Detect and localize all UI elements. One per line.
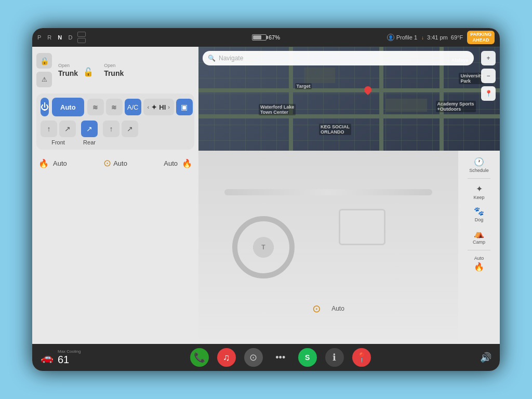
steering-heat-button[interactable]: ⊙ Auto (103, 157, 127, 169)
rear-vent-label: Rear (83, 139, 96, 145)
time-display: 3:41 pm (427, 34, 448, 41)
map-road-2 (198, 114, 500, 118)
spotify-button[interactable]: S (298, 348, 317, 367)
temp-label: Max Cooling (58, 349, 81, 354)
dashboard-bar (224, 189, 432, 195)
right-divider-1 (468, 178, 490, 179)
keep-icon: ✦ (476, 184, 483, 194)
schedule-label: Schedule (469, 168, 489, 173)
camp-mode-button[interactable]: ⛺ Camp (471, 227, 487, 247)
seat-heat-section: 🔥 Auto ⊙ Auto Auto 🔥 (36, 154, 194, 172)
map-controls: + − 📍 (481, 51, 496, 147)
climate-power-button[interactable]: ⏻ (41, 98, 49, 116)
bottom-climate-controls: ⊙ Auto (312, 302, 344, 315)
battery-fill (253, 35, 261, 39)
time-temp: ↓ 3:41 pm 69°F (421, 34, 463, 41)
camera-button[interactable]: ⊙ (244, 348, 263, 367)
map-label-academy: Academy Sports+Outdoors (436, 101, 476, 112)
passenger-vent-up-button[interactable]: ↑ (103, 121, 119, 137)
profile-button[interactable]: 👤 Profile 1 (387, 34, 417, 41)
info-button[interactable]: ℹ (325, 348, 344, 367)
navigation-button[interactable]: 📍 (352, 348, 371, 367)
top-bar-left: P R N D (37, 32, 190, 43)
tesla-logo: T (261, 244, 265, 251)
map-area[interactable]: Alafaya UniversityPark Target Waterford … (198, 47, 500, 151)
fan-level: HI (159, 103, 166, 111)
alert-icon[interactable]: ⚠ (36, 72, 52, 87)
car-interior: T ⊙ (198, 151, 458, 344)
temp-value: 61 (58, 354, 69, 366)
main-content: 🔒 ⚠ Open Trunk 🔓 Open Trunk (32, 47, 500, 344)
vehicle-icon-column: 🔒 ⚠ (36, 53, 52, 87)
defrost-rear-button[interactable]: ≋ (106, 99, 123, 115)
temp-display: Max Cooling 61 (58, 349, 81, 366)
recirculate-button[interactable]: ▣ (176, 99, 193, 115)
car-button[interactable]: 🚗 (41, 351, 54, 364)
lock-open-icon: 🔓 (83, 67, 94, 77)
driver-vent-label: Front (51, 139, 65, 145)
right-section: Alafaya UniversityPark Target Waterford … (198, 47, 500, 344)
heat-icon-bottom: ⊙ (312, 302, 321, 315)
navigate-placeholder: Navigate (219, 55, 243, 62)
fan-increase-button[interactable]: › (168, 104, 170, 110)
passenger-vent-diag-button[interactable]: ↗ (122, 121, 138, 137)
dog-icon: 🐾 (474, 206, 484, 216)
camp-icon: ⛺ (474, 229, 484, 238)
top-bar: P R N D 67% 👤 Profile 1 (32, 28, 500, 47)
fan-decrease-button[interactable]: ‹ (148, 104, 150, 110)
trunk-item: Open Trunk (104, 63, 124, 77)
fan-control: ‹ ✦ HI › (143, 99, 174, 115)
dog-mode-button[interactable]: 🐾 Dog (472, 204, 486, 224)
passenger-seat-heat-icon: 🔥 (180, 156, 194, 170)
auto-right-button[interactable]: Auto 🔥 (472, 254, 486, 274)
rear-vent-active-button[interactable]: ↗ (81, 121, 98, 137)
climate-top-row: ⏻ Auto ≋ ≋ A/C ‹ ✦ HI › ▣ (41, 98, 190, 116)
auto-label-bottom: Auto (331, 305, 344, 312)
frunk-item: Open Trunk (58, 63, 78, 77)
map-zoom-in-button[interactable]: + (481, 51, 496, 65)
lower-section: T ⊙ (198, 151, 500, 344)
download-icon: ↓ (421, 35, 424, 41)
steering-wheel: T (232, 216, 295, 278)
driver-vent-diag-button[interactable]: ↗ (59, 121, 76, 137)
auto-center: Auto (331, 305, 344, 312)
vehicle-lock-button[interactable]: 🔒 (36, 53, 52, 69)
center-dash-screen (339, 209, 385, 245)
map-label-waterford: Waterford LakeTown Center (259, 104, 296, 115)
passenger-heat-icon: 🔥 (474, 262, 484, 272)
dog-label: Dog (475, 217, 484, 222)
keep-mode-button[interactable]: ✦ Keep (471, 182, 486, 202)
driver-seat-heat-button[interactable]: 🔥 Auto (36, 156, 67, 170)
steering-heat-bottom: ⊙ (312, 302, 321, 315)
navigate-search-bar[interactable]: 🔍 Navigate (203, 51, 474, 65)
steering-wheel-center: T (253, 237, 274, 258)
phone-button[interactable]: 📞 (190, 348, 209, 367)
driver-vent-up-button[interactable]: ↑ (41, 121, 57, 137)
speed-icon-2 (77, 38, 86, 43)
climate-auto-button[interactable]: Auto (52, 98, 84, 116)
passenger-seat-heat-button[interactable]: Auto 🔥 (164, 156, 194, 170)
gear-selector[interactable]: P R N D (37, 34, 73, 41)
dots-button[interactable]: ••• (271, 348, 290, 367)
defrost-front-button[interactable]: ≋ (87, 99, 104, 115)
climate-section: ⏻ Auto ≋ ≋ A/C ‹ ✦ HI › ▣ (36, 94, 194, 150)
passenger-vent-column: ↑ ↗ (103, 121, 138, 137)
battery-percent: 67% (269, 34, 280, 41)
map-zoom-out-button[interactable]: − (481, 69, 496, 83)
map-road-1 (198, 88, 500, 92)
driver-seat-heat-icon: 🔥 (36, 156, 51, 170)
trunk-status: Open (104, 63, 115, 68)
top-bar-right: 👤 Profile 1 ↓ 3:41 pm 69°F PARKINGAHEAD (342, 31, 495, 44)
map-label-keg: KEG SOCIALORLANDO (319, 124, 351, 135)
auto-right-label: Auto (474, 256, 484, 261)
volume-button[interactable]: 🔊 (480, 352, 491, 363)
schedule-button[interactable]: 🕐 Schedule (467, 155, 491, 175)
left-panel: 🔒 ⚠ Open Trunk 🔓 Open Trunk (32, 47, 198, 344)
ac-button[interactable]: A/C (125, 99, 141, 115)
music-button[interactable]: ♫ (217, 348, 236, 367)
top-bar-center: 67% (190, 34, 342, 41)
map-block-1 (304, 68, 335, 83)
profile-label: Profile 1 (396, 34, 417, 41)
map-location-button[interactable]: 📍 (481, 86, 496, 101)
parking-ahead-button[interactable]: PARKINGAHEAD (467, 31, 495, 44)
